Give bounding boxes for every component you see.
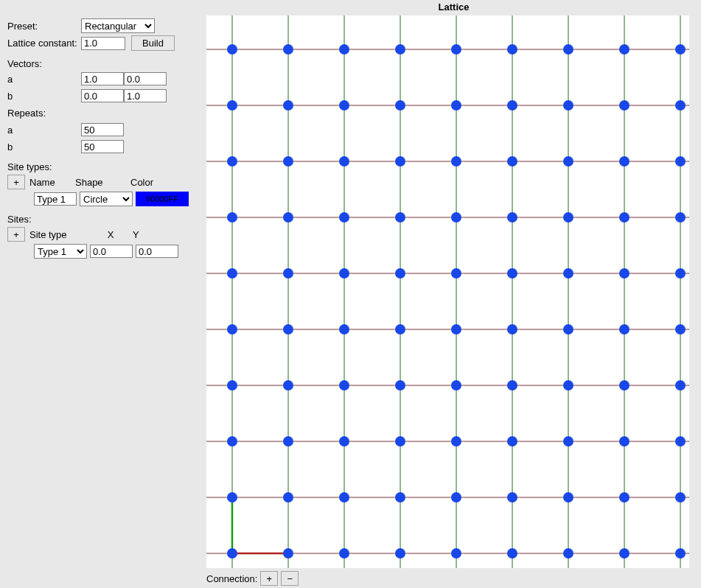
svg-point-110 <box>675 44 686 55</box>
vector-b-x-input[interactable] <box>81 89 124 102</box>
svg-point-59 <box>339 324 349 335</box>
svg-point-108 <box>563 44 573 55</box>
svg-point-85 <box>283 156 293 167</box>
svg-point-24 <box>395 548 405 559</box>
site-type-shape-header: Shape <box>75 177 130 188</box>
svg-point-93 <box>227 100 237 111</box>
site-type-color-picker[interactable]: #0000FF <box>136 192 189 206</box>
svg-point-47 <box>675 436 686 447</box>
svg-point-71 <box>507 268 517 279</box>
svg-point-83 <box>675 212 686 223</box>
lattice-constant-input[interactable] <box>81 37 125 50</box>
svg-point-61 <box>451 324 461 335</box>
svg-point-77 <box>339 212 349 223</box>
sites-label: Sites: <box>7 214 199 225</box>
svg-point-44 <box>507 436 517 447</box>
svg-point-22 <box>283 548 293 559</box>
svg-point-78 <box>395 212 405 223</box>
svg-point-35 <box>507 492 517 503</box>
site-type-shape-select[interactable]: Circle <box>80 192 133 206</box>
svg-point-103 <box>283 44 293 55</box>
svg-point-73 <box>619 268 629 279</box>
svg-point-52 <box>451 380 461 391</box>
sidebar: Preset: Rectangular Lattice constant: Bu… <box>0 13 206 588</box>
vector-a-x-input[interactable] <box>81 72 124 85</box>
svg-point-57 <box>227 324 237 335</box>
svg-point-40 <box>283 436 293 447</box>
svg-point-25 <box>451 548 461 559</box>
repeats-label: Repeats: <box>7 108 46 119</box>
page-title: Lattice <box>206 0 701 13</box>
vector-a-y-input[interactable] <box>124 72 167 85</box>
repeats-a-input[interactable] <box>81 123 124 136</box>
lattice-canvas[interactable] <box>206 15 689 568</box>
site-type-header: Site type <box>29 229 88 240</box>
svg-point-38 <box>675 492 686 503</box>
site-type-name-input[interactable] <box>34 192 77 206</box>
svg-point-32 <box>339 492 349 503</box>
svg-point-43 <box>451 436 461 447</box>
svg-point-102 <box>227 44 237 55</box>
site-types-label: Site types: <box>7 161 199 172</box>
svg-point-68 <box>339 268 349 279</box>
remove-connection-button[interactable]: − <box>281 571 299 586</box>
svg-point-63 <box>563 324 573 335</box>
svg-point-60 <box>395 324 405 335</box>
site-type-select[interactable]: Type 1 <box>34 244 87 259</box>
add-site-button[interactable]: + <box>7 227 25 242</box>
svg-point-84 <box>227 156 237 167</box>
svg-point-33 <box>395 492 405 503</box>
svg-point-34 <box>451 492 461 503</box>
connection-label: Connection: <box>206 573 257 584</box>
repeats-b-input[interactable] <box>81 140 124 153</box>
svg-point-36 <box>563 492 573 503</box>
svg-point-28 <box>619 548 629 559</box>
svg-point-79 <box>451 212 461 223</box>
svg-point-95 <box>339 100 349 111</box>
svg-point-94 <box>283 100 293 111</box>
site-type-color-header: Color <box>130 177 182 188</box>
svg-point-81 <box>563 212 573 223</box>
preset-label: Preset: <box>7 21 81 32</box>
svg-point-86 <box>339 156 349 167</box>
repeats-b-label: b <box>7 141 81 153</box>
site-x-input[interactable] <box>90 245 133 258</box>
site-y-input[interactable] <box>136 245 178 258</box>
svg-point-62 <box>507 324 517 335</box>
vector-b-y-input[interactable] <box>124 89 167 102</box>
svg-point-88 <box>451 156 461 167</box>
add-site-type-button[interactable]: + <box>7 175 25 189</box>
svg-point-74 <box>675 268 686 279</box>
svg-point-66 <box>227 268 237 279</box>
svg-point-56 <box>675 380 686 391</box>
svg-point-42 <box>395 436 405 447</box>
svg-point-72 <box>563 268 573 279</box>
svg-point-51 <box>395 380 405 391</box>
svg-point-82 <box>619 212 629 223</box>
repeats-a-label: a <box>7 125 81 136</box>
svg-point-37 <box>619 492 629 503</box>
svg-point-21 <box>227 548 237 559</box>
add-connection-button[interactable]: + <box>260 571 278 586</box>
site-type-name-header: Name <box>29 177 75 188</box>
svg-point-46 <box>619 436 629 447</box>
svg-point-69 <box>395 268 405 279</box>
svg-point-30 <box>227 492 237 503</box>
svg-point-109 <box>619 44 629 55</box>
svg-point-58 <box>283 324 293 335</box>
svg-point-90 <box>563 156 573 167</box>
svg-point-55 <box>619 380 629 391</box>
svg-point-99 <box>563 100 573 111</box>
preset-select[interactable]: Rectangular <box>81 18 155 33</box>
svg-point-70 <box>451 268 461 279</box>
svg-point-104 <box>339 44 349 55</box>
svg-point-96 <box>395 100 405 111</box>
svg-point-106 <box>451 44 461 55</box>
svg-point-91 <box>619 156 629 167</box>
vectors-label: Vectors: <box>7 58 199 69</box>
svg-point-105 <box>395 44 405 55</box>
svg-point-80 <box>507 212 517 223</box>
svg-point-48 <box>227 380 237 391</box>
build-button[interactable]: Build <box>131 35 175 51</box>
svg-point-89 <box>507 156 517 167</box>
